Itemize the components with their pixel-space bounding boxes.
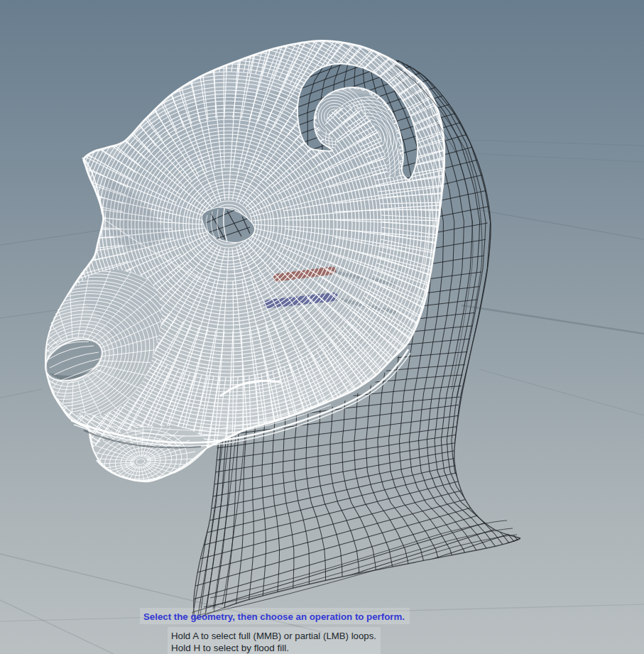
svg-text:Hold A to select full (MMB) or: Hold A to select full (MMB) or partial (…: [171, 631, 376, 641]
svg-text:Select the geometry, then choo: Select the geometry, then choose an oper…: [143, 611, 405, 622]
svg-text:Hold H to select by flood fill: Hold H to select by flood fill.: [171, 643, 289, 653]
